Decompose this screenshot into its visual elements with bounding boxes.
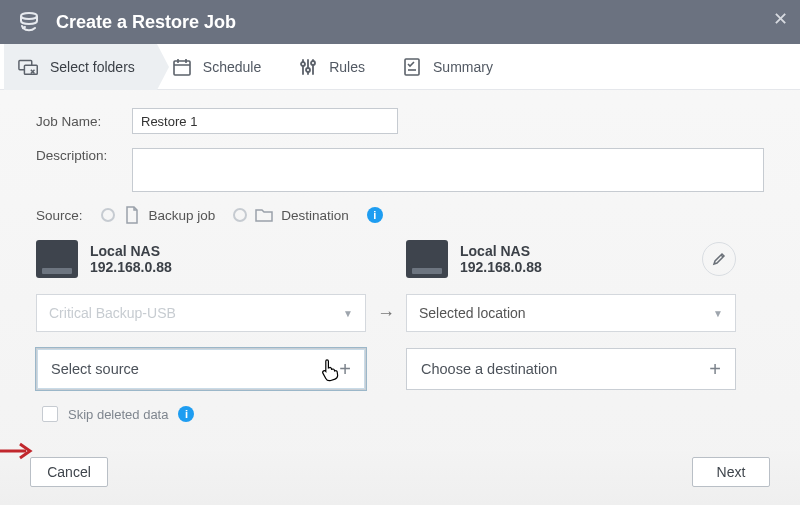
cancel-button[interactable]: Cancel	[30, 457, 108, 487]
backup-job-option-label: Backup job	[149, 208, 216, 223]
dest-nas-name: Local NAS	[460, 243, 542, 259]
chevron-down-icon: ▼	[343, 308, 353, 319]
dest-nas: Local NAS 192.168.0.88	[406, 240, 736, 278]
svg-rect-7	[405, 59, 419, 75]
svg-point-6	[311, 61, 315, 65]
info-icon[interactable]: i	[367, 207, 383, 223]
action-label: Select source	[51, 361, 139, 377]
pointer-cursor-icon	[319, 358, 339, 382]
radio-backup-job[interactable]	[101, 208, 115, 222]
step-schedule[interactable]: Schedule	[157, 44, 283, 90]
summary-icon	[401, 57, 423, 77]
select-placeholder: Critical Backup-USB	[49, 305, 176, 321]
file-icon	[123, 206, 141, 224]
job-name-label: Job Name:	[36, 114, 132, 129]
destination-option-label: Destination	[281, 208, 349, 223]
select-value: Selected location	[419, 305, 526, 321]
edit-destination-button[interactable]	[702, 242, 736, 276]
select-source-button[interactable]: Select source +	[36, 348, 366, 390]
source-nas: Local NAS 192.168.0.88	[36, 240, 366, 278]
description-label: Description:	[36, 148, 132, 163]
folders-icon	[18, 57, 40, 77]
source-nas-ip: 192.168.0.88	[90, 259, 172, 275]
wizard-steps: Select folders Schedule Rules Summary	[0, 44, 800, 90]
sliders-icon	[297, 57, 319, 77]
source-backup-select[interactable]: Critical Backup-USB ▼	[36, 294, 366, 332]
nas-device-icon	[406, 240, 448, 278]
source-label: Source:	[36, 208, 83, 223]
svg-point-0	[21, 13, 37, 19]
chevron-down-icon: ▼	[713, 308, 723, 319]
nas-device-icon	[36, 240, 78, 278]
step-rules[interactable]: Rules	[283, 44, 387, 90]
radio-destination[interactable]	[233, 208, 247, 222]
description-input[interactable]	[132, 148, 764, 192]
job-name-input[interactable]	[132, 108, 398, 134]
plus-icon: +	[709, 358, 721, 381]
close-icon[interactable]: ✕	[773, 8, 788, 30]
svg-rect-3	[174, 61, 190, 75]
svg-point-5	[306, 68, 310, 72]
modal-footer: Cancel Next	[0, 451, 800, 505]
skip-deleted-label: Skip deleted data	[68, 407, 168, 422]
step-label: Select folders	[50, 59, 135, 75]
source-dest-mapping: Local NAS 192.168.0.88 Local NAS 192.168…	[36, 240, 764, 390]
step-summary[interactable]: Summary	[387, 44, 515, 90]
annotation-arrow-icon	[0, 442, 34, 460]
form-body: Job Name: Description: Source: Backup jo…	[0, 90, 800, 451]
step-select-folders[interactable]: Select folders	[4, 44, 157, 90]
dest-location-select[interactable]: Selected location ▼	[406, 294, 736, 332]
arrow-right-icon: →	[366, 303, 406, 324]
info-icon[interactable]: i	[178, 406, 194, 422]
action-label: Choose a destination	[421, 361, 557, 377]
titlebar: Create a Restore Job ✕	[0, 0, 800, 44]
step-label: Rules	[329, 59, 365, 75]
step-label: Schedule	[203, 59, 261, 75]
dest-nas-ip: 192.168.0.88	[460, 259, 542, 275]
modal-title: Create a Restore Job	[56, 12, 236, 33]
plus-icon: +	[339, 358, 351, 381]
calendar-icon	[171, 57, 193, 77]
choose-destination-button[interactable]: Choose a destination +	[406, 348, 736, 390]
svg-point-4	[301, 62, 305, 66]
restore-app-icon	[16, 9, 42, 35]
skip-deleted-checkbox[interactable]	[42, 406, 58, 422]
folder-icon	[255, 206, 273, 224]
step-label: Summary	[433, 59, 493, 75]
source-nas-name: Local NAS	[90, 243, 172, 259]
restore-job-modal: Create a Restore Job ✕ Select folders Sc…	[0, 0, 800, 505]
next-button[interactable]: Next	[692, 457, 770, 487]
